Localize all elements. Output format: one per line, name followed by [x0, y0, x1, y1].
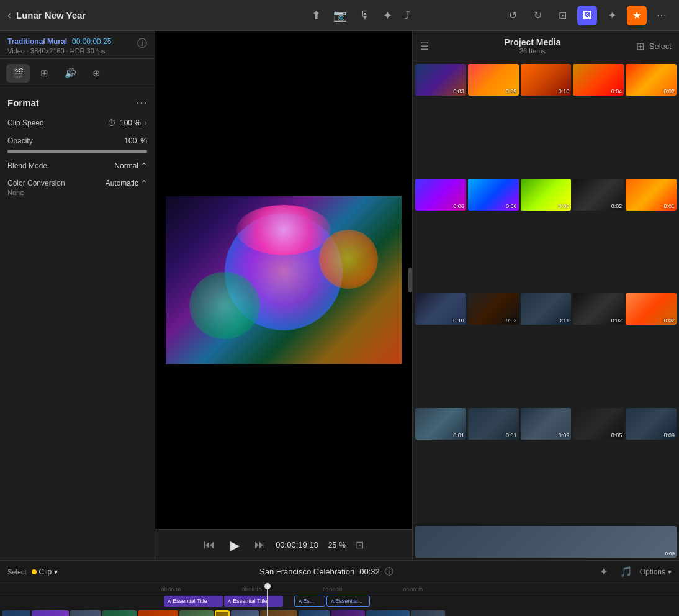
title-track: A Essential Title A Essential Title A Es…: [164, 596, 370, 607]
rewind-button[interactable]: ↺: [503, 6, 523, 25]
video-clip[interactable]: [32, 610, 69, 616]
more-button[interactable]: ⋯: [652, 6, 672, 25]
preview-video: [166, 196, 402, 364]
project-info-button[interactable]: ⓘ: [385, 566, 393, 578]
zoom-unit: %: [339, 541, 346, 550]
panel-tabs: 🎬 ⊞ 🔊 ⊕: [0, 59, 155, 88]
preview-area: [155, 31, 412, 529]
tab-transform[interactable]: ⊞: [32, 64, 56, 83]
skip-forward-button[interactable]: ⏭: [254, 538, 266, 551]
fullscreen-button[interactable]: ⊡: [552, 6, 572, 25]
video-clip[interactable]: [411, 610, 445, 616]
media-thumb[interactable]: 0:06: [415, 179, 466, 211]
timeline-clip-label: Clip: [39, 568, 52, 576]
media-grid: 0:03 0:09 0:10 0:04 0:02 0:06 0:06 0:08 …: [413, 61, 679, 523]
timeline-select-button[interactable]: Select: [7, 568, 27, 576]
media-thumb[interactable]: 0:02: [573, 293, 624, 325]
video-clip[interactable]: [260, 610, 297, 616]
video-clip[interactable]: [70, 610, 101, 616]
media-thumb[interactable]: 0:01: [415, 408, 466, 440]
video-clip[interactable]: [102, 610, 137, 616]
tab-video[interactable]: 🎬: [6, 64, 30, 83]
clip-speed-label: Clip Speed: [7, 119, 44, 127]
project-duration: 00:32: [359, 567, 380, 576]
share-icon[interactable]: ⤴: [405, 9, 410, 22]
media-sidebar-icon[interactable]: ☰: [420, 40, 429, 52]
top-bar-center: ⬆ 📷 🎙 ✦ ⤴: [218, 9, 503, 22]
media-thumb[interactable]: 0:10: [521, 64, 572, 96]
media-thumb[interactable]: 0:08: [521, 179, 572, 211]
title-clip[interactable]: A Essential Title: [224, 596, 283, 607]
media-thumb[interactable]: 0:05: [573, 408, 624, 440]
fit-to-window-button[interactable]: ⊡: [356, 539, 364, 551]
forward-button[interactable]: ↻: [528, 6, 547, 25]
clip-info-left: Traditional Mural 00:00:00:25 Video · 38…: [7, 37, 111, 55]
back-button[interactable]: ‹: [7, 9, 11, 22]
video-clip[interactable]: [179, 610, 214, 616]
opacity-slider-container: [7, 150, 147, 153]
grid-view-button[interactable]: ⊞: [636, 40, 644, 52]
color-conversion-row: Color Conversion Automatic ⌃ None: [7, 179, 147, 196]
opacity-slider[interactable]: [7, 150, 147, 153]
opacity-value-display: 100 %: [124, 137, 147, 145]
media-thumb[interactable]: 0:09: [626, 408, 677, 440]
media-thumb[interactable]: 0:02: [573, 179, 624, 211]
blend-mode-row: Blend Mode Normal ⌃: [7, 161, 147, 170]
opacity-unit: %: [140, 137, 147, 145]
tab-effects[interactable]: ⊕: [84, 64, 108, 83]
options-label: Options: [640, 568, 665, 576]
video-clip[interactable]: [2, 610, 30, 616]
video-clip[interactable]: [299, 610, 330, 616]
format-header: Format ⋯: [7, 96, 147, 109]
media-thumb[interactable]: 0:02: [626, 64, 677, 96]
photo-view-button[interactable]: 🖼: [577, 6, 597, 25]
media-thumb[interactable]: 0:10: [415, 293, 466, 325]
color-conversion-text: Automatic: [106, 179, 138, 188]
clip-info-button[interactable]: ⓘ: [137, 37, 147, 50]
tab-audio[interactable]: 🔊: [58, 64, 82, 83]
timeline-effects-button[interactable]: ✦: [595, 563, 613, 581]
blend-mode-value[interactable]: Normal ⌃: [114, 161, 147, 170]
format-more-button[interactable]: ⋯: [136, 96, 147, 109]
voiceover-icon[interactable]: 🎙: [359, 9, 371, 22]
video-clip[interactable]: [231, 610, 259, 616]
media-thumb[interactable]: 0:11: [521, 293, 572, 325]
timeline-header: Select Clip ▾ San Francisco Celebration …: [0, 561, 679, 583]
options-button[interactable]: Options ▾: [640, 568, 672, 576]
video-clip[interactable]: [138, 610, 178, 616]
media-thumb[interactable]: 0:02: [468, 293, 519, 325]
effects-button[interactable]: ✦: [602, 6, 622, 25]
play-button[interactable]: ▶: [225, 535, 245, 555]
timeline-clip-indicator: Clip ▾: [32, 568, 58, 576]
video-clip[interactable]: [366, 610, 410, 616]
media-thumb-strip[interactable]: 0:09: [415, 526, 677, 558]
media-thumb[interactable]: 0:06: [468, 179, 519, 211]
media-thumb[interactable]: 0:03: [415, 64, 466, 96]
clip-meta: Video · 3840x2160 · HDR 30 fps: [7, 47, 111, 55]
zoom-control[interactable]: 25 %: [328, 541, 346, 550]
export-icon[interactable]: ⬆: [312, 9, 321, 22]
skip-back-button[interactable]: ⏮: [204, 538, 215, 551]
top-bar-right: ↺ ↻ ⊡ 🖼 ✦ ★ ⋯: [503, 6, 672, 25]
preview-resize-handle[interactable]: [408, 268, 412, 292]
media-thumb[interactable]: 0:04: [573, 64, 624, 96]
media-thumb[interactable]: 0:09: [468, 64, 519, 96]
video-clip-selected[interactable]: [215, 610, 230, 616]
timeline-content: 00:00:10 00:00:15 00:00:20 00:00:25 A Es…: [0, 583, 679, 616]
media-thumb[interactable]: 0:02: [626, 293, 677, 325]
select-button[interactable]: Select: [649, 42, 672, 51]
title-clip[interactable]: A Es...: [294, 596, 325, 607]
title-clip[interactable]: A Essential...: [326, 596, 370, 607]
media-thumb[interactable]: 0:01: [468, 408, 519, 440]
title-clip[interactable]: A Essential Title: [164, 596, 223, 607]
video-clip[interactable]: [331, 610, 365, 616]
color-conversion-select[interactable]: Automatic ⌃: [106, 179, 147, 188]
clip-speed-value[interactable]: ⏱ 100 % ›: [107, 118, 147, 128]
star-button[interactable]: ★: [627, 6, 647, 25]
timeline-audio-button[interactable]: 🎵: [618, 563, 635, 581]
clip-info: Traditional Mural 00:00:00:25 Video · 38…: [0, 31, 155, 59]
media-thumb[interactable]: 0:09: [521, 408, 572, 440]
media-thumb[interactable]: 0:01: [626, 179, 677, 211]
camera-add-icon[interactable]: 📷: [333, 9, 347, 22]
magic-icon[interactable]: ✦: [383, 9, 392, 22]
